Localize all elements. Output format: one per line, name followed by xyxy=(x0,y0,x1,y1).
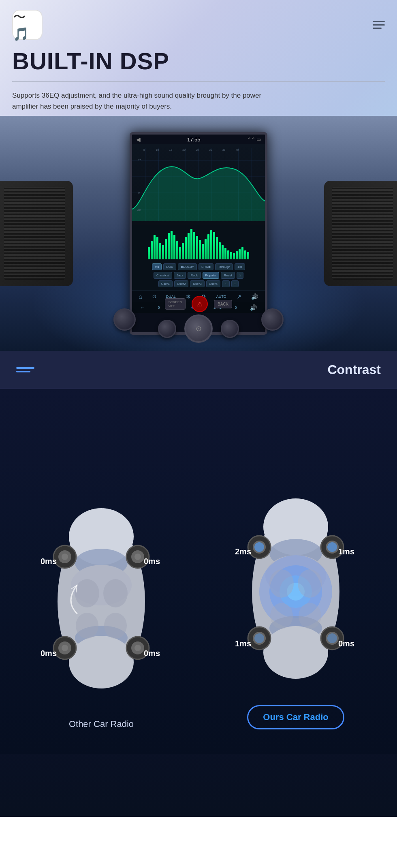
contrast-icon xyxy=(16,367,34,372)
contrast-title: Contrast xyxy=(327,362,381,377)
audio-wave-icon: 〜🎵 xyxy=(13,9,42,42)
our-delay-bottom-left: 1ms xyxy=(235,639,251,648)
right-air-vent xyxy=(324,181,397,286)
hazard-button[interactable]: ⚠ xyxy=(192,296,208,312)
our-car-delay-labels: 2ms 1ms 1ms 0ms xyxy=(239,490,352,693)
our-car-compare: 2ms 1ms 1ms 0ms Ours Car Radio xyxy=(211,490,381,729)
other-car-top-view: 0ms 0ms 0ms 0ms xyxy=(45,500,158,703)
eq-plus-btn[interactable]: + xyxy=(222,280,230,287)
screen-top-icons: ⌃⌃ ▭ xyxy=(247,137,261,142)
eq-speaker-btn[interactable]: ◈◈ xyxy=(235,263,245,270)
contrast-line-2 xyxy=(16,371,30,372)
comparison-area: 0ms 0ms 0ms 0ms Other Car Radio xyxy=(0,389,397,754)
eq-user3-btn[interactable]: User3 xyxy=(190,280,204,287)
our-delay-top-left: 2ms xyxy=(235,547,251,556)
screen-time: 17:55 xyxy=(187,137,201,143)
svg-text:20: 20 xyxy=(138,159,141,162)
screen-off-button[interactable]: SCREENOFF xyxy=(165,298,186,310)
our-delay-top-right: 1ms xyxy=(338,547,354,556)
other-delay-bottom-right: 0ms xyxy=(144,649,160,658)
svg-text:20: 20 xyxy=(182,148,186,151)
page-title: BUILT-IN DSP xyxy=(12,48,385,74)
title-divider xyxy=(12,81,385,82)
eq-popular-btn[interactable]: Popular xyxy=(203,272,220,279)
contrast-line-1 xyxy=(16,367,34,369)
contrast-banner: Contrast xyxy=(0,351,397,389)
our-car-label-button[interactable]: Ours Car Radio xyxy=(247,705,344,729)
other-car-delay-labels: 0ms 0ms 0ms 0ms xyxy=(45,500,158,703)
eq-user1-btn[interactable]: User1 xyxy=(158,280,173,287)
center-controls: SCREENOFF ⚠ BACK ⊙ xyxy=(158,296,239,343)
eq-buttons-area: dts DUU ◆DOLBY SRS◉ Through ◈◈ Classical… xyxy=(132,262,265,291)
other-delay-top-right: 0ms xyxy=(144,557,160,566)
svg-text:40: 40 xyxy=(236,148,239,151)
center-dial[interactable]: ⊙ xyxy=(184,314,213,343)
left-air-vent xyxy=(0,181,73,286)
svg-text:15: 15 xyxy=(169,148,173,151)
screen-top-bar: ◀ 17:55 ⌃⌃ ▭ xyxy=(132,135,265,144)
svg-text:10: 10 xyxy=(156,148,159,151)
eq-rock-btn[interactable]: Rock xyxy=(188,272,201,279)
eq-user5-btn[interactable]: User5 xyxy=(206,280,220,287)
eq-dolby-btn[interactable]: ◆DOLBY xyxy=(178,263,197,270)
other-car-label: Other Car Radio xyxy=(69,719,134,729)
other-car-compare: 0ms 0ms 0ms 0ms Other Car Radio xyxy=(16,500,186,729)
top-physical-buttons: SCREENOFF ⚠ BACK xyxy=(165,296,233,312)
right-knob[interactable] xyxy=(261,308,284,331)
left-knob[interactable] xyxy=(113,308,136,331)
eq-through-btn[interactable]: Through xyxy=(215,263,233,270)
other-delay-top-left: 0ms xyxy=(41,557,57,566)
left-sub-knob[interactable] xyxy=(158,320,176,338)
title-area: BUILT-IN DSP xyxy=(0,44,397,77)
our-car-top-view: 2ms 1ms 1ms 0ms xyxy=(239,490,352,693)
eq-srs-btn[interactable]: SRS◉ xyxy=(198,263,213,270)
screen-back-icon[interactable]: ◀ xyxy=(136,136,141,143)
top-section: 〜🎵 BUILT-IN DSP Supports 36EQ adjustment… xyxy=(0,0,397,351)
other-delay-bottom-left: 0ms xyxy=(41,649,57,658)
our-delay-bottom-right: 0ms xyxy=(338,639,354,648)
eq-reset-btn[interactable]: Reset xyxy=(221,272,235,279)
svg-text:0: 0 xyxy=(138,191,140,194)
logo-box: 〜🎵 xyxy=(12,10,43,40)
eq-jazz-btn[interactable]: Jazz xyxy=(174,272,186,279)
eq-minus-btn[interactable]: − xyxy=(231,280,239,287)
menu-button[interactable] xyxy=(373,21,385,29)
eq-chart: 5 10 15 20 25 30 35 40 20 0 -20 xyxy=(132,144,265,225)
hero-subtitle: Supports 36EQ adjustment, and the ultra-… xyxy=(0,86,284,116)
header: 〜🎵 xyxy=(0,0,397,44)
eq-duu-btn[interactable]: DUU xyxy=(163,263,176,270)
svg-text:25: 25 xyxy=(196,148,199,151)
svg-text:35: 35 xyxy=(222,148,226,151)
physical-controls: SCREENOFF ⚠ BACK ⊙ xyxy=(113,296,284,343)
right-sub-knob[interactable] xyxy=(221,320,239,338)
eq-info-btn[interactable]: ℹ xyxy=(237,272,243,279)
back-button[interactable]: BACK xyxy=(214,300,232,308)
eq-classical-btn[interactable]: Classical xyxy=(154,272,172,279)
eq-user2-btn[interactable]: User2 xyxy=(174,280,188,287)
eq-sliders xyxy=(132,225,265,262)
svg-text:5: 5 xyxy=(143,148,145,151)
svg-text:-20: -20 xyxy=(137,209,141,212)
bottom-section: Contrast xyxy=(0,351,397,817)
car-image-section: ◀ 17:55 ⌃⌃ ▭ xyxy=(0,116,397,351)
eq-dts-btn[interactable]: dts xyxy=(152,263,162,270)
svg-text:30: 30 xyxy=(209,148,212,151)
